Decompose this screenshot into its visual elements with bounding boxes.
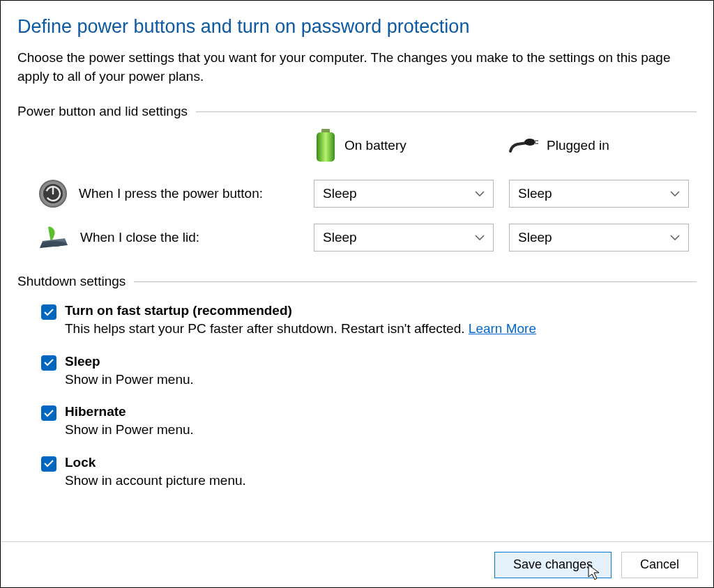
shutdown-section-title: Shutdown settings: [17, 274, 126, 289]
cancel-button[interactable]: Cancel: [621, 552, 698, 578]
shutdown-item-lock: Lock Show in account picture menu.: [41, 455, 697, 490]
fast-startup-desc: This helps start your PC faster after sh…: [65, 320, 697, 339]
lock-checkbox[interactable]: [41, 456, 56, 472]
divider: [134, 281, 697, 282]
svg-rect-1: [317, 132, 335, 162]
select-value: Sleep: [518, 186, 552, 201]
learn-more-link[interactable]: Learn More: [469, 321, 536, 336]
sleep-title: Sleep: [65, 354, 697, 369]
column-plugged-label: Plugged in: [547, 138, 609, 153]
power-button-icon: [38, 179, 68, 208]
save-changes-button[interactable]: Save changes: [494, 552, 612, 578]
fast-startup-title: Turn on fast startup (recommended): [65, 303, 697, 318]
select-value: Sleep: [518, 230, 552, 245]
svg-point-2: [524, 139, 536, 146]
power-button-plugged-select[interactable]: Sleep: [509, 180, 689, 208]
lock-desc: Show in account picture menu.: [65, 472, 697, 490]
shutdown-section-header: Shutdown settings: [17, 274, 697, 289]
column-battery: On battery: [314, 129, 509, 162]
chevron-down-icon: [670, 191, 680, 196]
power-button-battery-select[interactable]: Sleep: [314, 180, 494, 208]
lock-title: Lock: [65, 455, 697, 470]
select-value: Sleep: [323, 230, 357, 245]
chevron-down-icon: [670, 235, 680, 240]
plug-icon: [509, 137, 540, 154]
footer: Save changes Cancel: [1, 541, 713, 587]
sleep-checkbox[interactable]: [41, 355, 56, 371]
lid-label: When I close the lid:: [80, 230, 199, 245]
svg-rect-4: [534, 143, 538, 144]
chevron-down-icon: [475, 235, 485, 240]
shutdown-item-sleep: Sleep Show in Power menu.: [41, 354, 697, 389]
sleep-desc: Show in Power menu.: [65, 371, 697, 389]
hibernate-title: Hibernate: [65, 404, 697, 419]
chevron-down-icon: [475, 191, 485, 196]
page-description: Choose the power settings that you want …: [17, 49, 697, 86]
column-plugged: Plugged in: [509, 137, 704, 154]
hibernate-checkbox[interactable]: [41, 405, 56, 421]
fast-startup-checkbox[interactable]: [41, 304, 56, 320]
power-button-label: When I press the power button:: [79, 186, 263, 201]
laptop-lid-icon: [38, 226, 69, 249]
select-value: Sleep: [323, 186, 357, 201]
lid-battery-select[interactable]: Sleep: [314, 224, 494, 252]
svg-point-9: [42, 241, 66, 247]
shutdown-item-fast-startup: Turn on fast startup (recommended) This …: [41, 303, 697, 339]
lid-plugged-select[interactable]: Sleep: [509, 224, 689, 252]
hibernate-desc: Show in Power menu.: [65, 421, 697, 440]
page-title: Define power buttons and turn on passwor…: [17, 16, 697, 38]
power-section-header: Power button and lid settings: [17, 104, 697, 119]
divider: [196, 111, 697, 112]
battery-icon: [314, 129, 337, 162]
power-section-title: Power button and lid settings: [17, 104, 188, 119]
shutdown-item-hibernate: Hibernate Show in Power menu.: [41, 404, 697, 440]
svg-rect-3: [534, 140, 538, 141]
column-battery-label: On battery: [344, 138, 407, 153]
